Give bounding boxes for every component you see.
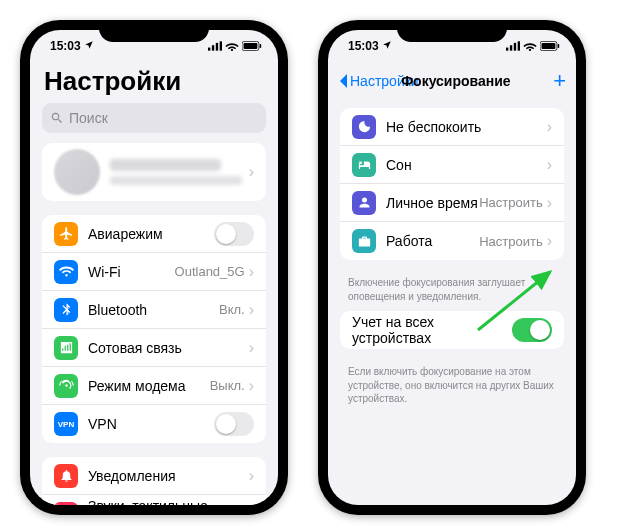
share-label: Учет на всех устройствах — [352, 314, 512, 346]
svg-rect-3 — [220, 41, 222, 50]
chevron-right-icon: › — [249, 164, 254, 180]
row-label: Личное время — [386, 195, 479, 211]
svg-rect-0 — [208, 48, 210, 51]
search-icon — [50, 111, 64, 125]
modes-footer: Включение фокусирования заглушает оповещ… — [328, 274, 576, 311]
location-icon — [382, 39, 392, 53]
connectivity-group: АвиарежимWi-FiOutland_5G›BluetoothВкл.›С… — [42, 215, 266, 443]
row-bell[interactable]: Уведомления› — [42, 457, 266, 495]
screen-focus: 15:03 Настройки Фокусирование + Не беспо… — [328, 30, 576, 505]
row-hotspot[interactable]: Режим модемаВыкл.› — [42, 367, 266, 405]
wifi-icon — [54, 260, 78, 284]
svg-rect-12 — [542, 43, 556, 49]
row-label: Bluetooth — [88, 302, 219, 318]
share-footer: Если включить фокусирование на этом устр… — [328, 363, 576, 414]
notch — [99, 20, 209, 42]
row-detail: Настроить — [479, 234, 543, 249]
bed-icon — [352, 153, 376, 177]
row-label: Звуки, тактильные сигналы — [88, 498, 249, 506]
svg-rect-6 — [260, 44, 262, 48]
share-group: Учет на всех устройствах — [340, 311, 564, 349]
page-title: Настройки — [30, 62, 278, 103]
row-label: Режим модема — [88, 378, 210, 394]
row-bluetooth[interactable]: BluetoothВкл.› — [42, 291, 266, 329]
row-label: Сон — [386, 157, 547, 173]
svg-rect-5 — [244, 43, 258, 49]
row-label: Работа — [386, 233, 479, 249]
avatar — [54, 149, 100, 195]
row-cellular[interactable]: Сотовая связь› — [42, 329, 266, 367]
svg-rect-1 — [212, 45, 214, 50]
wifi-icon — [523, 41, 537, 51]
row-airplane[interactable]: Авиарежим — [42, 215, 266, 253]
row-detail: Outland_5G — [175, 264, 245, 279]
location-icon — [84, 39, 94, 53]
profile-text — [110, 159, 249, 185]
chevron-right-icon: › — [547, 119, 552, 135]
svg-rect-13 — [558, 44, 560, 48]
row-vpn[interactable]: VPNVPN — [42, 405, 266, 443]
nav-title: Фокусирование — [359, 73, 553, 89]
profile-row[interactable]: › — [42, 143, 266, 201]
battery-icon — [540, 41, 560, 51]
chevron-right-icon: › — [249, 378, 254, 394]
status-icons — [208, 41, 262, 51]
add-button[interactable]: + — [553, 70, 566, 92]
screen-settings: 15:03 Настройки Поиск — [30, 30, 278, 505]
row-detail: Настроить — [479, 195, 543, 210]
hotspot-icon — [54, 374, 78, 398]
focus-modes-group: Не беспокоить›Сон›Личное времяНастроить›… — [340, 108, 564, 260]
switch[interactable] — [214, 222, 254, 246]
svg-rect-9 — [514, 43, 516, 51]
bell-icon — [54, 464, 78, 488]
bluetooth-icon — [54, 298, 78, 322]
row-label: Не беспокоить — [386, 119, 547, 135]
chevron-left-icon — [338, 73, 348, 89]
svg-rect-8 — [510, 45, 512, 50]
row-detail: Выкл. — [210, 378, 245, 393]
phone-focus: 15:03 Настройки Фокусирование + Не беспо… — [318, 20, 586, 515]
chevron-right-icon: › — [547, 157, 552, 173]
chevron-right-icon: › — [249, 302, 254, 318]
search-input[interactable]: Поиск — [42, 103, 266, 133]
cellular-icon — [54, 336, 78, 360]
status-icons — [506, 41, 560, 51]
chevron-right-icon: › — [249, 264, 254, 280]
chevron-right-icon: › — [249, 468, 254, 484]
moon-icon — [352, 115, 376, 139]
row-person[interactable]: Личное времяНастроить› — [340, 184, 564, 222]
row-wifi[interactable]: Wi-FiOutland_5G› — [42, 253, 266, 291]
row-detail: Вкл. — [219, 302, 245, 317]
profile-group: › — [42, 143, 266, 201]
briefcase-icon — [352, 229, 376, 253]
signal-icon — [208, 41, 222, 51]
speaker-icon — [54, 502, 78, 506]
search-placeholder: Поиск — [69, 110, 108, 126]
chevron-right-icon: › — [547, 195, 552, 211]
phone-settings: 15:03 Настройки Поиск — [20, 20, 288, 515]
switch[interactable] — [214, 412, 254, 436]
row-moon[interactable]: Не беспокоить› — [340, 108, 564, 146]
svg-rect-10 — [518, 41, 520, 50]
row-label: VPN — [88, 416, 214, 432]
airplane-icon — [54, 222, 78, 246]
share-across-devices-row[interactable]: Учет на всех устройствах — [340, 311, 564, 349]
row-speaker[interactable]: Звуки, тактильные сигналы› — [42, 495, 266, 505]
status-time: 15:03 — [348, 39, 379, 53]
battery-icon — [242, 41, 262, 51]
person-icon — [352, 191, 376, 215]
signal-icon — [506, 41, 520, 51]
row-label: Уведомления — [88, 468, 249, 484]
svg-rect-2 — [216, 43, 218, 51]
svg-rect-7 — [506, 48, 508, 51]
row-bed[interactable]: Сон› — [340, 146, 564, 184]
share-switch[interactable] — [512, 318, 552, 342]
status-time: 15:03 — [50, 39, 81, 53]
wifi-icon — [225, 41, 239, 51]
notifications-group: Уведомления›Звуки, тактильные сигналы›Фо… — [42, 457, 266, 505]
row-label: Сотовая связь — [88, 340, 249, 356]
chevron-right-icon: › — [249, 340, 254, 356]
row-briefcase[interactable]: РаботаНастроить› — [340, 222, 564, 260]
row-label: Wi-Fi — [88, 264, 175, 280]
chevron-right-icon: › — [547, 233, 552, 249]
